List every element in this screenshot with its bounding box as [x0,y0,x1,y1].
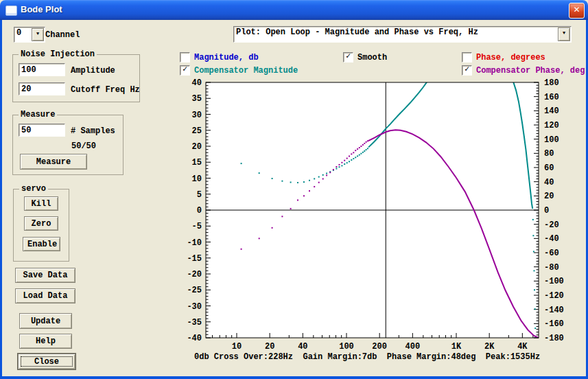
svg-text:-180: -180 [544,334,564,343]
svg-text:400: 400 [405,342,421,352]
svg-text:0: 0 [197,206,202,216]
plot-type-value: Plot: Open Loop - Magnitude and Phase vs… [236,27,478,37]
cutoff-freq-label: Cutoff Freq Hz [71,85,140,95]
svg-text:-30: -30 [187,302,202,312]
compensator-magnitude-checkbox-box[interactable]: ✓ [180,65,190,76]
checkbox-phase[interactable]: Phase, degrees [462,52,545,62]
svg-text:5: 5 [197,190,202,200]
status-line: 0db Cross Over:228Hz Gain Margin:7db Pha… [194,352,540,362]
svg-text:20: 20 [192,142,202,152]
samples-progress: 50/50 [71,141,96,151]
svg-text:60: 60 [544,163,554,173]
svg-text:80: 80 [544,149,554,159]
update-button[interactable]: Update [19,313,72,329]
compensator-phase-checkbox-label: Compensator Phase, deg [476,66,585,76]
enable-button[interactable]: Enable [23,237,60,251]
measure-button[interactable]: Measure [20,154,87,170]
svg-text:10: 10 [192,174,202,184]
svg-text:-60: -60 [544,249,559,258]
svg-text:200: 200 [372,342,387,352]
svg-text:-40: -40 [544,234,559,244]
samples-label: # Samples [71,126,115,136]
svg-text:-160: -160 [544,319,564,329]
svg-text:4K: 4K [517,342,528,352]
svg-text:-80: -80 [544,263,559,273]
channel-label: Channel [45,30,80,40]
plot-type-select[interactable]: Plot: Open Loop - Magnitude and Phase vs… [233,26,572,43]
svg-text:40: 40 [544,178,554,187]
window-title: Bode Plot [21,4,62,14]
window-border-bottom [0,376,588,379]
svg-text:140: 140 [544,106,559,116]
checkbox-magnitude[interactable]: Magnitude, db [180,52,259,62]
smooth-checkbox-box[interactable]: ✓ [343,52,353,62]
svg-text:40: 40 [192,78,202,88]
magnitude-checkbox-label: Magnitude, db [194,53,259,62]
amplitude-input[interactable] [19,63,65,76]
svg-text:-140: -140 [544,306,564,315]
measure-legend: Measure [19,110,57,119]
svg-text:30: 30 [192,111,202,120]
checkbox-smooth[interactable]: ✓ Smooth [343,52,387,62]
magnitude-checkbox-box[interactable] [180,52,190,62]
load-data-button[interactable]: Load Data [15,288,75,303]
svg-text:-10: -10 [187,238,202,248]
window-icon [5,5,17,16]
svg-text:100: 100 [544,135,559,145]
plot-type-dropdown-arrow-icon[interactable]: ▼ [558,27,570,41]
cutoff-freq-input[interactable] [19,82,65,95]
svg-text:25: 25 [192,126,202,136]
smooth-checkbox-label: Smooth [357,53,387,62]
svg-text:20: 20 [265,342,274,352]
close-icon[interactable]: ✕ [569,3,585,19]
noise-injection-legend: Noise Injection [19,49,97,59]
samples-input[interactable] [19,124,65,137]
bode-plot-canvas: -40-35-30-25-20-15-10-50510152025303540-… [175,76,588,367]
channel-value: 0 [16,28,21,38]
checkbox-compensator-magnitude[interactable]: ✓ Compensator Magnitude [180,65,298,76]
channel-select[interactable]: 0 ▼ [14,27,45,43]
svg-text:-5: -5 [192,222,202,231]
svg-text:-20: -20 [544,220,559,230]
svg-text:15: 15 [192,158,202,168]
bode-plot-window: Bode Plot ✕ 0 ▼ Channel Plot: Open Loop … [0,0,588,379]
close-button[interactable]: Close [18,354,75,369]
zero-button[interactable]: Zero [24,216,58,231]
svg-text:1K: 1K [451,342,462,352]
compensator-magnitude-checkbox-label: Compensator Magnitude [194,66,298,76]
svg-text:-20: -20 [187,270,202,279]
phase-checkbox-box[interactable] [462,52,472,62]
svg-text:2K: 2K [484,342,495,352]
compensator-phase-checkbox-box[interactable]: ✓ [462,65,472,76]
svg-text:40: 40 [298,342,307,352]
kill-button[interactable]: Kill [24,196,58,211]
svg-text:-40: -40 [187,334,202,343]
svg-text:-100: -100 [544,277,564,286]
window-border-left [0,20,2,379]
svg-text:-15: -15 [187,254,202,264]
svg-text:-120: -120 [544,291,564,301]
svg-text:10: 10 [232,342,242,352]
svg-text:120: 120 [544,121,559,130]
svg-text:180: 180 [544,78,559,88]
svg-text:-35: -35 [187,318,202,328]
servo-legend: servo [19,184,48,194]
amplitude-label: Amplitude [71,66,115,76]
checkbox-compensator-phase[interactable]: ✓ Compensator Phase, deg [462,65,585,76]
channel-dropdown-arrow-icon[interactable]: ▼ [32,28,44,41]
svg-text:100: 100 [339,342,354,352]
svg-text:-25: -25 [187,286,202,295]
svg-text:35: 35 [192,94,202,104]
svg-text:0: 0 [544,206,549,216]
title-bar[interactable]: Bode Plot ✕ [0,0,588,20]
phase-checkbox-label: Phase, degrees [476,53,545,62]
help-button[interactable]: Help [19,334,72,349]
svg-text:20: 20 [544,192,554,201]
svg-text:160: 160 [544,93,559,102]
save-data-button[interactable]: Save Data [15,268,75,283]
